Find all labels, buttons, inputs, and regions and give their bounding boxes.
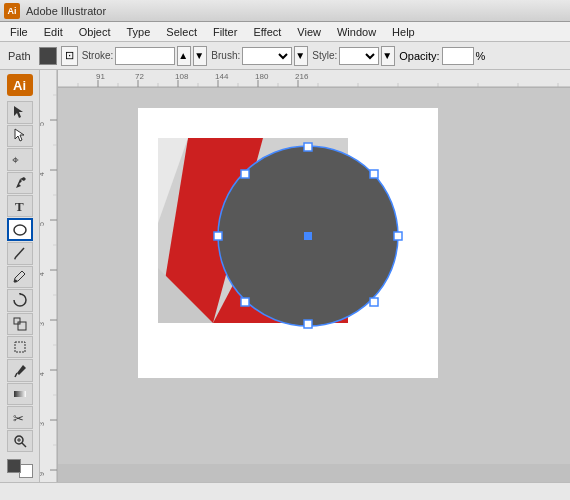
ruler-top-svg: 91 72 108 144 180 216 (58, 70, 570, 88)
brush-dropdown[interactable]: ▼ (294, 46, 308, 66)
brush-tool[interactable] (7, 266, 33, 288)
svg-text:91: 91 (96, 72, 105, 81)
scale-tool[interactable] (7, 313, 33, 335)
svg-rect-79 (214, 232, 222, 240)
brush-field: Brush: ▼ (211, 46, 308, 66)
rotate-tool[interactable] (7, 289, 33, 311)
direct-selection-tool[interactable] (7, 125, 33, 147)
opacity-input[interactable]: 100 (442, 47, 474, 65)
scissors-tool[interactable]: ✂ (7, 406, 33, 428)
stroke-input[interactable] (115, 47, 175, 65)
menu-effect[interactable]: Effect (245, 24, 289, 40)
svg-text:5: 5 (40, 122, 45, 126)
gradient-tool[interactable] (7, 383, 33, 405)
svg-text:✂: ✂ (13, 411, 24, 426)
svg-text:4: 4 (40, 272, 45, 276)
app-icon: Ai (4, 3, 20, 19)
menu-filter[interactable]: Filter (205, 24, 245, 40)
svg-text:72: 72 (135, 72, 144, 81)
svg-rect-11 (14, 391, 26, 397)
style-dropdown[interactable]: ▼ (381, 46, 395, 66)
svg-rect-83 (241, 298, 249, 306)
svg-rect-84 (370, 298, 378, 306)
svg-text:216: 216 (295, 72, 309, 81)
svg-point-85 (306, 234, 311, 239)
svg-text:180: 180 (255, 72, 269, 81)
menu-view[interactable]: View (289, 24, 329, 40)
toolbox: Ai ⌖ T (0, 70, 40, 482)
main-area: Ai ⌖ T (0, 70, 570, 482)
svg-text:3: 3 (40, 422, 45, 426)
opacity-label: Opacity: (399, 50, 439, 62)
eyedropper-tool[interactable] (7, 359, 33, 381)
ai-logo: Ai (7, 74, 33, 96)
stroke-label: Stroke: (82, 50, 114, 61)
stroke-mode-btn[interactable]: ⊡ (61, 46, 78, 66)
svg-marker-4 (14, 258, 16, 260)
svg-text:⌖: ⌖ (12, 153, 19, 167)
doc-canvas[interactable] (58, 88, 570, 464)
menu-select[interactable]: Select (158, 24, 205, 40)
title-text: Adobe Illustrator (26, 5, 106, 17)
svg-text:4: 4 (40, 172, 45, 176)
svg-point-2 (14, 225, 26, 235)
color-swatch[interactable] (39, 47, 57, 65)
svg-line-14 (22, 443, 26, 447)
svg-rect-81 (241, 170, 249, 178)
ruler-left-svg: 5 4 5 4 3 4 3 9 (40, 70, 58, 482)
svg-text:144: 144 (215, 72, 229, 81)
menu-help[interactable]: Help (384, 24, 423, 40)
color-swatches[interactable] (7, 459, 33, 478)
type-tool[interactable]: T (7, 195, 33, 217)
lasso-tool[interactable]: ⌖ (7, 148, 33, 170)
menu-object[interactable]: Object (71, 24, 119, 40)
menu-window[interactable]: Window (329, 24, 384, 40)
svg-rect-78 (304, 320, 312, 328)
svg-text:9: 9 (40, 472, 45, 476)
svg-rect-8 (18, 322, 26, 330)
svg-text:108: 108 (175, 72, 189, 81)
svg-line-3 (15, 248, 24, 258)
ruler-top: 91 72 108 144 180 216 (58, 70, 570, 88)
ellipse-tool[interactable] (7, 218, 33, 241)
opacity-unit: % (476, 50, 486, 62)
svg-rect-80 (394, 232, 402, 240)
menu-type[interactable]: Type (119, 24, 159, 40)
svg-rect-9 (15, 342, 25, 352)
menu-file[interactable]: File (2, 24, 36, 40)
pencil-tool[interactable] (7, 242, 33, 264)
path-label: Path (4, 50, 35, 62)
opacity-field: Opacity: 100 % (399, 47, 485, 65)
stroke-field: Stroke: ▲ ▼ (82, 46, 208, 66)
svg-point-5 (14, 279, 17, 282)
pen-tool[interactable] (7, 172, 33, 194)
illustration-svg (58, 88, 570, 482)
style-label: Style: (312, 50, 337, 61)
svg-line-10 (15, 373, 17, 377)
title-bar: Ai Adobe Illustrator (0, 0, 570, 22)
style-select[interactable] (339, 47, 379, 65)
canvas-area[interactable]: 91 72 108 144 180 216 (40, 70, 570, 482)
stroke-down[interactable]: ▼ (193, 46, 207, 66)
brush-label: Brush: (211, 50, 240, 61)
zoom-tool[interactable] (7, 430, 33, 452)
style-field: Style: ▼ (312, 46, 395, 66)
menu-edit[interactable]: Edit (36, 24, 71, 40)
ruler-left: 5 4 5 4 3 4 3 9 (40, 70, 58, 482)
svg-rect-7 (14, 318, 20, 324)
toolbar: Path ⊡ Stroke: ▲ ▼ Brush: ▼ Style: ▼ Opa… (0, 42, 570, 70)
menu-bar: File Edit Object Type Select Filter Effe… (0, 22, 570, 42)
svg-text:T: T (15, 199, 24, 214)
svg-text:5: 5 (40, 222, 45, 226)
stroke-up[interactable]: ▲ (177, 46, 191, 66)
svg-text:3: 3 (40, 322, 45, 326)
svg-text:4: 4 (40, 372, 45, 376)
status-bar (0, 482, 570, 500)
svg-rect-77 (304, 143, 312, 151)
selection-tool[interactable] (7, 101, 33, 123)
svg-rect-82 (370, 170, 378, 178)
brush-select[interactable] (242, 47, 292, 65)
transform-tool[interactable] (7, 336, 33, 358)
